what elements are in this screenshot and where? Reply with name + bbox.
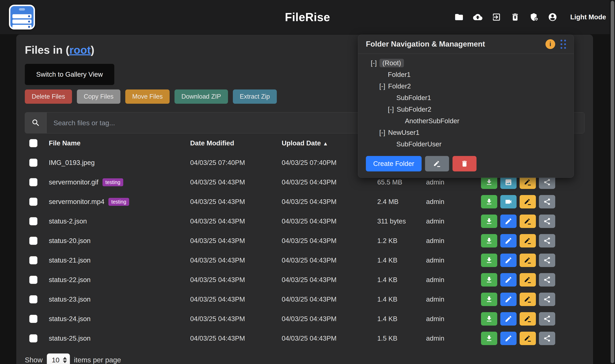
file-name: servermonitor.gif: [49, 178, 98, 186]
tree-collapse-icon[interactable]: [-]: [379, 82, 385, 90]
file-row: status-22.json04/03/25 04:43PM04/03/25 0…: [25, 270, 585, 290]
row-checkbox[interactable]: [29, 217, 38, 225]
logout-icon[interactable]: [492, 13, 501, 22]
row-checkbox[interactable]: [29, 256, 38, 264]
row-checkbox[interactable]: [29, 334, 38, 342]
scrollbar-thumb[interactable]: [611, 1, 614, 363]
switch-gallery-view-button[interactable]: Switch to Gallery View: [25, 64, 114, 85]
tree-item-subfolderuser[interactable]: SubFolderUser: [365, 138, 574, 150]
pager-label-before: Show: [25, 356, 43, 364]
share-button[interactable]: [539, 273, 555, 286]
drag-handle-icon[interactable]: [561, 40, 566, 49]
edit-button[interactable]: [500, 215, 517, 228]
app-logo-icon[interactable]: [9, 5, 35, 29]
edit-button[interactable]: [500, 234, 517, 247]
share-button[interactable]: [539, 215, 555, 228]
row-checkbox[interactable]: [29, 295, 38, 303]
edit-button[interactable]: [500, 273, 517, 286]
rename-button[interactable]: [520, 234, 536, 247]
rename-button[interactable]: [520, 195, 536, 208]
edit-button[interactable]: [500, 312, 517, 325]
row-checkbox[interactable]: [29, 315, 38, 323]
pagination-bar: Show 10 items per page: [25, 353, 585, 364]
restore-trash-icon[interactable]: [510, 13, 520, 22]
delete-files-button[interactable]: Delete Files: [25, 90, 72, 104]
download-button[interactable]: [481, 273, 497, 286]
edit-button[interactable]: [500, 293, 517, 306]
tree-item-root[interactable]: [-](Root): [365, 57, 574, 69]
tree-item-anothersubfolder[interactable]: AnotherSubFolder: [365, 115, 574, 127]
row-checkbox[interactable]: [29, 237, 38, 245]
upload-date-cell: 04/03/25 04:43PM: [282, 276, 377, 284]
tree-item-folder1[interactable]: Folder1: [365, 69, 574, 80]
shield-user-icon[interactable]: [529, 13, 538, 22]
move-files-button[interactable]: Move Files: [125, 90, 170, 104]
rename-button[interactable]: [520, 273, 536, 286]
download-zip-button[interactable]: Download ZIP: [174, 90, 228, 104]
tree-item-subfolder1[interactable]: SubFolder1: [365, 92, 574, 104]
select-stepper-icon: [63, 357, 67, 363]
logo-top: [13, 8, 32, 13]
share-button[interactable]: [539, 332, 555, 345]
upload-date-cell: 04/03/25 04:43PM: [282, 296, 377, 303]
tree-item-newuser1[interactable]: [-]NewUser1: [365, 127, 574, 138]
tree-collapse-icon[interactable]: [-]: [379, 129, 385, 136]
pager-label-after: items per page: [74, 356, 121, 364]
account-icon[interactable]: [548, 13, 557, 22]
copy-files-button[interactable]: Copy Files: [77, 90, 120, 104]
file-size-cell: 1.5 KB: [377, 335, 426, 342]
row-checkbox[interactable]: [29, 178, 38, 186]
edit-button[interactable]: [500, 332, 517, 345]
share-button[interactable]: [539, 312, 555, 325]
download-button[interactable]: [481, 332, 497, 345]
rename-button[interactable]: [520, 254, 536, 267]
row-checkbox[interactable]: [29, 276, 38, 284]
file-name: IMG_0193.jpeg: [49, 159, 95, 167]
create-folder-button[interactable]: Create Folder: [366, 156, 422, 171]
tree-item-label: (Root): [379, 59, 404, 67]
tree-item-label: SubFolder2: [397, 105, 431, 113]
share-button[interactable]: [539, 293, 555, 306]
download-button[interactable]: [481, 254, 497, 267]
page-title-prefix: Files in (: [25, 44, 69, 56]
download-button[interactable]: [481, 312, 497, 325]
rename-folder-button[interactable]: [425, 156, 449, 171]
delete-folder-button[interactable]: [453, 156, 476, 171]
tree-item-folder2[interactable]: [-]Folder2: [365, 80, 574, 92]
topbar-actions: Light Mode: [454, 13, 606, 22]
share-button[interactable]: [539, 234, 555, 247]
download-button[interactable]: [481, 195, 497, 208]
file-row: status-25.json04/03/25 04:43PM04/03/25 0…: [25, 329, 585, 348]
share-button[interactable]: [539, 195, 555, 208]
download-button[interactable]: [481, 215, 497, 228]
rename-button[interactable]: [520, 293, 536, 306]
col-header-date-modified[interactable]: Date Modified: [190, 139, 282, 147]
cloud-upload-icon[interactable]: [473, 13, 482, 22]
edit-button[interactable]: [500, 254, 517, 267]
tree-collapse-icon[interactable]: [-]: [371, 59, 377, 67]
filerise-app: FileRise Light Mode Files in (root) Swit…: [0, 0, 615, 364]
download-button[interactable]: [481, 234, 497, 247]
row-checkbox[interactable]: [29, 159, 38, 167]
file-row: status-20.json04/03/25 04:43PM04/03/25 0…: [25, 231, 585, 250]
preview-video-button[interactable]: [500, 195, 517, 208]
rename-button[interactable]: [520, 312, 536, 325]
info-icon[interactable]: i: [545, 39, 555, 49]
rename-button[interactable]: [520, 215, 536, 228]
tree-collapse-icon[interactable]: [-]: [388, 105, 394, 113]
rename-button[interactable]: [520, 332, 536, 345]
current-folder-link[interactable]: root: [69, 44, 91, 56]
select-all-checkbox[interactable]: [29, 139, 38, 147]
download-button[interactable]: [481, 293, 497, 306]
upload-date-label: Upload Date: [282, 139, 321, 147]
col-header-file-name[interactable]: File Name: [49, 139, 190, 147]
row-checkbox[interactable]: [29, 198, 38, 206]
folder-icon[interactable]: [454, 13, 464, 22]
share-button[interactable]: [539, 254, 555, 267]
extract-zip-button[interactable]: Extract Zip: [233, 90, 277, 104]
panel-header: Folder Navigation & Management i: [358, 35, 574, 54]
file-size-cell: 1.4 KB: [377, 276, 426, 284]
tree-item-subfolder2[interactable]: [-]SubFolder2: [365, 104, 574, 115]
theme-toggle[interactable]: Light Mode: [570, 13, 606, 21]
items-per-page-select[interactable]: 10: [47, 353, 70, 364]
